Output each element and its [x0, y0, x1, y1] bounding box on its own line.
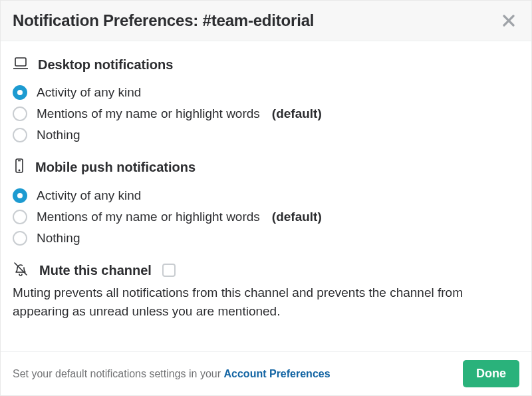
desktop-heading: Desktop notifications	[38, 57, 173, 73]
bell-off-icon	[13, 261, 29, 280]
channel-name: #team-editorial	[203, 11, 315, 29]
radio-label: Nothing	[37, 231, 80, 246]
dialog-body: Desktop notifications Activity of any ki…	[1, 41, 531, 351]
radio-icon	[13, 231, 27, 246]
dialog-header: Notification Preferences: #team-editoria…	[1, 1, 531, 41]
default-tag: (default)	[272, 210, 322, 224]
close-button[interactable]	[498, 10, 519, 31]
laptop-icon	[13, 56, 29, 74]
mute-checkbox[interactable]	[162, 264, 176, 277]
radio-icon	[13, 128, 27, 142]
phone-icon	[13, 158, 26, 177]
radio-icon	[13, 106, 27, 121]
radio-label: Nothing	[37, 128, 80, 142]
dialog-title: Notification Preferences: #team-editoria…	[13, 11, 314, 30]
footer-text-prefix: Set your default notifications settings …	[13, 368, 224, 379]
desktop-heading-row: Desktop notifications	[13, 56, 519, 74]
radio-icon	[13, 188, 27, 203]
default-tag: (default)	[272, 106, 322, 121]
mobile-option-mentions[interactable]: Mentions of my name or highlight words (…	[13, 206, 519, 228]
mobile-option-activity[interactable]: Activity of any kind	[13, 185, 519, 206]
mobile-section: Mobile push notifications Activity of an…	[13, 158, 519, 249]
radio-icon	[13, 210, 27, 224]
title-prefix: Notification Preferences:	[13, 11, 203, 29]
mute-heading: Mute this channel	[39, 263, 152, 278]
account-preferences-link[interactable]: Account Preferences	[224, 368, 331, 379]
radio-label: Activity of any kind	[37, 85, 141, 100]
desktop-option-activity[interactable]: Activity of any kind	[13, 82, 519, 103]
footer-text: Set your default notifications settings …	[13, 368, 331, 380]
done-button[interactable]: Done	[463, 360, 519, 387]
mute-description: Muting prevents all notifications from t…	[13, 284, 518, 320]
close-icon	[501, 13, 517, 29]
svg-point-6	[19, 170, 19, 170]
radio-label: Activity of any kind	[37, 188, 141, 203]
notification-preferences-dialog: Notification Preferences: #team-editoria…	[0, 0, 532, 396]
desktop-section: Desktop notifications Activity of any ki…	[13, 56, 519, 146]
desktop-option-nothing[interactable]: Nothing	[13, 124, 519, 146]
radio-icon	[13, 85, 27, 100]
dialog-footer: Set your default notifications settings …	[1, 351, 531, 395]
radio-label: Mentions of my name or highlight words	[37, 210, 260, 224]
desktop-option-mentions[interactable]: Mentions of my name or highlight words (…	[13, 103, 519, 124]
mobile-heading: Mobile push notifications	[35, 160, 196, 175]
svg-rect-2	[15, 58, 26, 66]
mobile-option-nothing[interactable]: Nothing	[13, 228, 519, 249]
mobile-heading-row: Mobile push notifications	[13, 158, 519, 177]
radio-label: Mentions of my name or highlight words	[37, 106, 260, 121]
mute-row[interactable]: Mute this channel	[13, 261, 519, 280]
